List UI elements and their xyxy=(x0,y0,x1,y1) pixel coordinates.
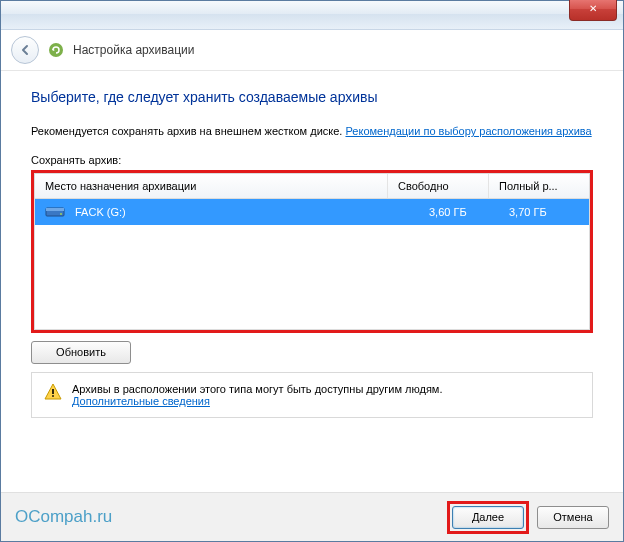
cell-total: 3,70 ГБ xyxy=(509,206,579,218)
cancel-button[interactable]: Отмена xyxy=(537,506,609,529)
watermark: OCompah.ru xyxy=(15,507,112,527)
col-total[interactable]: Полный р... xyxy=(489,174,589,198)
cell-free: 3,60 ГБ xyxy=(429,206,509,218)
footer: OCompah.ru Далее Отмена xyxy=(1,492,623,541)
back-button[interactable] xyxy=(11,36,39,64)
next-button-highlight: Далее xyxy=(447,501,529,534)
arrow-left-icon xyxy=(18,43,32,57)
svg-rect-4 xyxy=(52,389,54,394)
drive-name: FACK (G:) xyxy=(75,206,126,218)
page-heading: Выберите, где следует хранить создаваемы… xyxy=(31,89,593,105)
table-row[interactable]: FACK (G:) 3,60 ГБ 3,70 ГБ xyxy=(35,199,589,225)
warning-text: Архивы в расположении этого типа могут б… xyxy=(72,383,442,395)
save-archive-label: Сохранять архив: xyxy=(31,154,593,166)
close-button[interactable]: ✕ xyxy=(569,0,617,21)
description-text: Рекомендуется сохранять архив на внешнем… xyxy=(31,125,345,137)
description: Рекомендуется сохранять архив на внешнем… xyxy=(31,123,593,140)
table-header: Место назначения архивации Свободно Полн… xyxy=(34,173,590,199)
table-body: FACK (G:) 3,60 ГБ 3,70 ГБ xyxy=(34,199,590,330)
titlebar: ✕ xyxy=(1,1,623,30)
refresh-button[interactable]: Обновить xyxy=(31,341,131,364)
cell-destination: FACK (G:) xyxy=(45,205,429,219)
more-info-link[interactable]: Дополнительные сведения xyxy=(72,395,210,407)
warning-box: Архивы в расположении этого типа могут б… xyxy=(31,372,593,418)
dialog-window: ✕ Настройка архивации Выберите, где след… xyxy=(0,0,624,542)
svg-rect-5 xyxy=(52,395,54,397)
body: Выберите, где следует хранить создаваемы… xyxy=(1,71,623,492)
col-free[interactable]: Свободно xyxy=(388,174,489,198)
svg-rect-2 xyxy=(46,208,64,211)
drive-icon xyxy=(45,205,65,219)
warning-icon xyxy=(44,383,62,401)
header-title: Настройка архивации xyxy=(73,43,195,57)
destination-table-highlight: Место назначения архивации Свободно Полн… xyxy=(31,170,593,333)
warning-content: Архивы в расположении этого типа могут б… xyxy=(72,383,442,407)
recommendations-link[interactable]: Рекомендации по выбору расположения архи… xyxy=(345,125,591,137)
svg-point-3 xyxy=(60,213,62,215)
next-button[interactable]: Далее xyxy=(452,506,524,529)
header: Настройка архивации xyxy=(1,30,623,71)
backup-icon xyxy=(47,41,65,59)
col-destination[interactable]: Место назначения архивации xyxy=(35,174,388,198)
svg-point-0 xyxy=(49,43,63,57)
